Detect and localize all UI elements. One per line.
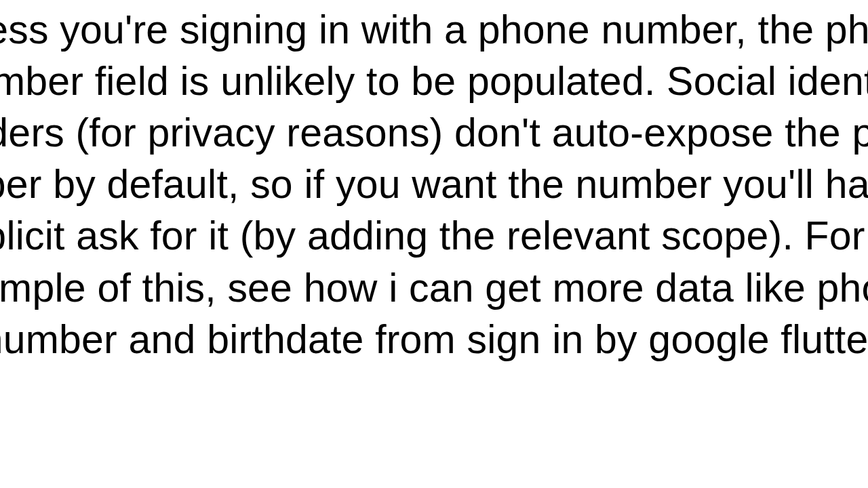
body-paragraph: Unless you're signing in with a phone nu… bbox=[0, 4, 868, 365]
document-viewport: Unless you're signing in with a phone nu… bbox=[0, 0, 868, 488]
